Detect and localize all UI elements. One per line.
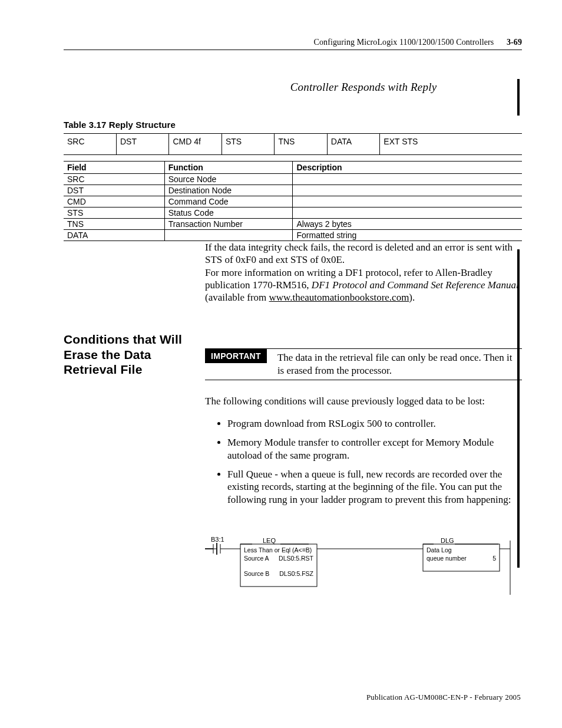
svg-text:DLG: DLG bbox=[441, 537, 454, 544]
ladder-diagram: B3:1 LEQ bbox=[205, 536, 522, 607]
cell: Transaction Number bbox=[164, 219, 293, 230]
cell bbox=[164, 230, 293, 241]
cell: TNS bbox=[64, 219, 164, 230]
important-text: The data in the retrieval file can only … bbox=[267, 349, 522, 380]
list-item: Program download from RSLogix 500 to con… bbox=[227, 417, 522, 430]
cell: DST bbox=[64, 185, 164, 196]
svg-text:Less Than or Eql (A<=B): Less Than or Eql (A<=B) bbox=[244, 546, 312, 554]
svg-text:DLS0:5.RST: DLS0:5.RST bbox=[279, 555, 314, 562]
running-header: Configuring MicroLogix 1100/1200/1500 Co… bbox=[64, 38, 522, 50]
th: Description bbox=[293, 162, 522, 174]
cell: DATA bbox=[327, 134, 379, 155]
cell: CMD bbox=[64, 196, 164, 207]
cell: Status Code bbox=[164, 207, 293, 219]
th: Field bbox=[64, 162, 164, 174]
paragraph: If the data integrity check fails, the r… bbox=[205, 241, 522, 266]
cell: Command Code bbox=[164, 196, 293, 207]
important-callout: IMPORTANT The data in the retrieval file… bbox=[205, 348, 522, 380]
cell: SRC bbox=[64, 134, 116, 155]
link-automationbookstore[interactable]: www.theautomationbookstore.com bbox=[269, 292, 409, 303]
section-subtitle: Controller Responds with Reply bbox=[205, 81, 522, 94]
page-number: 3-69 bbox=[507, 38, 522, 47]
table-caption: Table 3.17 Reply Structure bbox=[64, 120, 522, 130]
cell: STS bbox=[64, 207, 164, 219]
cell: Formatted string bbox=[293, 230, 522, 241]
text-italic: DF1 Protocol and Command Set Reference M… bbox=[312, 279, 519, 291]
leq-title: LEQ bbox=[263, 537, 276, 544]
field-description-table: Field Function Description SRCSource Nod… bbox=[64, 161, 522, 241]
publication-footer: Publication AG-UM008C-EN-P - February 20… bbox=[366, 693, 521, 702]
cell: TNS bbox=[275, 134, 327, 155]
bullet-list: Program download from RSLogix 500 to con… bbox=[205, 417, 522, 506]
cell: Always 2 bytes bbox=[293, 219, 522, 230]
cell: Destination Node bbox=[164, 185, 293, 196]
reply-structure-table: SRC DST CMD 4f STS TNS DATA EXT STS bbox=[64, 133, 522, 155]
section-heading: Conditions that Will Erase the Data Retr… bbox=[64, 332, 205, 607]
th: Function bbox=[164, 162, 293, 174]
svg-text:Source A: Source A bbox=[244, 555, 269, 562]
cell: SRC bbox=[64, 174, 164, 185]
cell: Source Node bbox=[164, 174, 293, 185]
list-item: Full Queue - when a queue is full, new r… bbox=[227, 468, 522, 506]
list-item: Memory Module transfer to controller exc… bbox=[227, 436, 522, 462]
paragraph: The following conditions will cause prev… bbox=[205, 396, 522, 407]
cell bbox=[293, 196, 522, 207]
cell bbox=[293, 174, 522, 185]
svg-text:Source B: Source B bbox=[244, 570, 269, 577]
cell: CMD 4f bbox=[169, 134, 222, 155]
important-tag: IMPORTANT bbox=[205, 349, 267, 363]
text: ). bbox=[409, 292, 415, 303]
cell: EXT STS bbox=[380, 134, 522, 155]
header-title: Configuring MicroLogix 1100/1200/1500 Co… bbox=[314, 38, 494, 47]
cell bbox=[293, 185, 522, 196]
cell: DATA bbox=[64, 230, 164, 241]
svg-text:Data Log: Data Log bbox=[427, 546, 452, 554]
svg-text:DLS0:5.FSZ: DLS0:5.FSZ bbox=[279, 570, 313, 577]
paragraph: For more information on writing a DF1 pr… bbox=[205, 266, 522, 304]
svg-text:queue number: queue number bbox=[427, 555, 467, 562]
cell bbox=[293, 207, 522, 219]
svg-text:5: 5 bbox=[492, 555, 496, 562]
cell: STS bbox=[222, 134, 274, 155]
text: (available from bbox=[205, 292, 269, 303]
cell: DST bbox=[116, 134, 168, 155]
contact-label: B3:1 bbox=[211, 536, 224, 543]
